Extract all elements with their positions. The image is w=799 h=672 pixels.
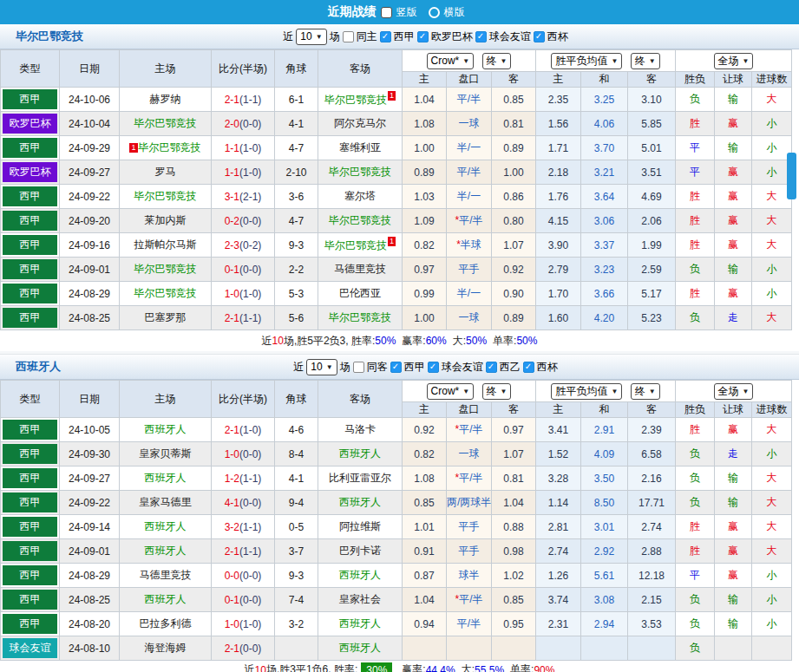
avg-away-cell: 5.01 — [628, 136, 676, 160]
halftime-score: (1-0) — [239, 166, 261, 179]
odds-away-cell: 0.95 — [492, 612, 536, 636]
handicap-text: 平/半 — [459, 593, 482, 605]
league-checkbox-friendly[interactable] — [475, 31, 487, 42]
league-checkbox-copa[interactable] — [523, 362, 534, 373]
col-odds-home: 主 — [403, 402, 447, 418]
same-venue-checkbox[interactable] — [343, 31, 354, 42]
section-team-1: 毕尔巴鄂竞技 近 10▼ 场 同主 西甲 欧罗巴杯 球会友谊 西杯 类型 — [0, 24, 799, 351]
chevron-down-icon: ▼ — [743, 55, 750, 68]
league-checkbox-segunda[interactable] — [486, 362, 497, 373]
result-handicap-cell: 赢 — [715, 209, 752, 233]
result-wdl-cell: 平 — [676, 136, 715, 160]
summary-win-label: 赢率: — [402, 334, 425, 349]
summary-record: 场,胜5平2负3, 胜率: — [284, 334, 375, 349]
avg-term-select[interactable]: 终▼ — [631, 53, 660, 69]
same-venue-label: 同主 — [357, 29, 377, 44]
fulltime-score: 2-1 — [225, 643, 239, 655]
match-count-select[interactable]: 10▼ — [296, 29, 326, 45]
corner-cell: 2-10 — [275, 160, 318, 185]
summary-near: 近 — [262, 334, 272, 349]
odds-away-cell: 1.04 — [492, 491, 536, 515]
result-wdl-cell: 负 — [676, 588, 715, 612]
team-name: 毕尔巴鄂竞技 — [16, 29, 83, 44]
match-row: 西甲24-09-20莱加内斯0-2(0-0)4-7毕尔巴鄂竞技1.09*平/半0… — [1, 209, 792, 233]
scope-select[interactable]: 全场▼ — [714, 383, 754, 400]
league-badge: 西甲 — [3, 138, 57, 158]
league-badge: 球会友谊 — [3, 638, 57, 658]
handicap-text: 一球 — [459, 117, 480, 129]
avg-away-cell: 2.74 — [628, 515, 676, 539]
page-title: 近期战绩 — [328, 4, 377, 20]
near-label: 近 — [293, 360, 304, 375]
avg-term-select[interactable]: 终▼ — [631, 383, 660, 400]
same-venue-checkbox[interactable] — [353, 362, 364, 373]
summary-win-label: 赢率: — [402, 662, 425, 672]
match-count-select[interactable]: 10▼ — [306, 359, 337, 375]
result-handicap-cell: 赢 — [715, 233, 752, 258]
result-handicap-cell: 走 — [715, 306, 752, 330]
halftime-score: (0-0) — [239, 118, 261, 130]
avg-type-select[interactable]: 胜平负均值▼ — [551, 53, 622, 69]
odds-provider-select[interactable]: Crow*▼ — [427, 383, 475, 400]
scope-select[interactable]: 全场▼ — [714, 53, 754, 69]
avg-home-cell: 2.79 — [536, 258, 581, 282]
col-type: 类型 — [1, 381, 60, 418]
odds-handicap-cell — [447, 636, 492, 661]
halftime-score: (1-0) — [239, 618, 261, 630]
league-checkbox-europa[interactable] — [417, 31, 429, 42]
odds-home-cell: 0.87 — [403, 564, 447, 588]
avg-draw-cell: 2.91 — [581, 418, 628, 442]
odds-handicap-cell: 两/两球半 — [447, 491, 492, 515]
league-badge: 西甲 — [3, 259, 57, 279]
odds-term-select[interactable]: 终▼ — [482, 383, 512, 400]
league-label-friendly: 球会友谊 — [442, 360, 483, 375]
corner-cell: 7-4 — [275, 588, 318, 612]
handicap-text: 平手 — [459, 545, 480, 557]
scrollbar-thumb[interactable] — [787, 153, 796, 199]
col-corner: 角球 — [275, 381, 318, 418]
league-checkbox-friendly[interactable] — [428, 362, 439, 373]
home-team-cell: 皇家马德里 — [120, 491, 212, 515]
away-team-cell: 比利亚雷亚尔 — [318, 466, 403, 491]
halftime-score: (1-1) — [239, 521, 261, 533]
date-cell: 24-09-14 — [60, 515, 120, 539]
layout-horizontal-radio[interactable] — [429, 7, 440, 18]
avg-type-select[interactable]: 胜平负均值▼ — [551, 383, 622, 400]
score-cell: 1-0(1-0) — [212, 282, 275, 306]
type-cell: 西甲 — [1, 209, 60, 233]
match-row: 西甲24-09-30皇家贝蒂斯1-0(0-0)8-4西班牙人0.82一球1.07… — [1, 442, 792, 466]
league-checkbox-laliga[interactable] — [390, 362, 402, 373]
league-checkbox-copa[interactable] — [534, 31, 545, 42]
halftime-score: (1-1) — [239, 94, 261, 106]
score-cell: 1-0(1-0) — [212, 612, 275, 636]
avg-type-value: 胜平负均值 — [555, 55, 607, 68]
team-name-text: 西班牙人 — [145, 520, 187, 532]
team-name-text: 巴塞罗那 — [145, 311, 187, 323]
layout-vertical-radio[interactable] — [381, 7, 392, 18]
summary-win-rate: 30% — [361, 662, 392, 672]
handicap-text: 半/一 — [457, 287, 481, 299]
team-name-text: 毕尔巴鄂竞技 — [134, 287, 197, 299]
corner-cell: 3-6 — [275, 185, 318, 209]
filters-bar: 近 10▼ 场 同客 西甲 球会友谊 西乙 西杯 — [241, 359, 557, 375]
result-wdl-cell: 负 — [676, 466, 715, 491]
score-cell: 0-1(0-0) — [212, 258, 275, 282]
odds-provider-select[interactable]: Crow*▼ — [427, 53, 475, 69]
avg-away-cell — [628, 636, 676, 661]
league-checkbox-laliga[interactable] — [380, 31, 391, 42]
corner-cell: 9-3 — [275, 233, 318, 258]
league-label-copa: 西杯 — [537, 360, 558, 375]
date-cell: 24-09-27 — [60, 466, 120, 491]
result-goals-cell: 小 — [752, 612, 792, 636]
avg-home-cell: 3.90 — [536, 233, 581, 258]
odds-select-group: Crow*▼ 终▼ — [403, 50, 536, 72]
date-cell: 24-10-04 — [60, 112, 120, 136]
odds-term-select[interactable]: 终▼ — [482, 53, 512, 69]
away-team-cell: 毕尔巴鄂竞技 — [318, 160, 403, 185]
halftime-score: (1-0) — [239, 288, 261, 300]
away-team-cell: 巴列卡诺 — [318, 539, 403, 564]
avg-draw-cell: 4.20 — [581, 306, 628, 330]
match-row: 西甲24-09-14西班牙人3-2(1-1)0-5阿拉维斯1.01平手0.882… — [1, 515, 792, 539]
result-handicap-cell: 走 — [715, 442, 752, 466]
summary-big-label: 大: — [462, 662, 475, 672]
